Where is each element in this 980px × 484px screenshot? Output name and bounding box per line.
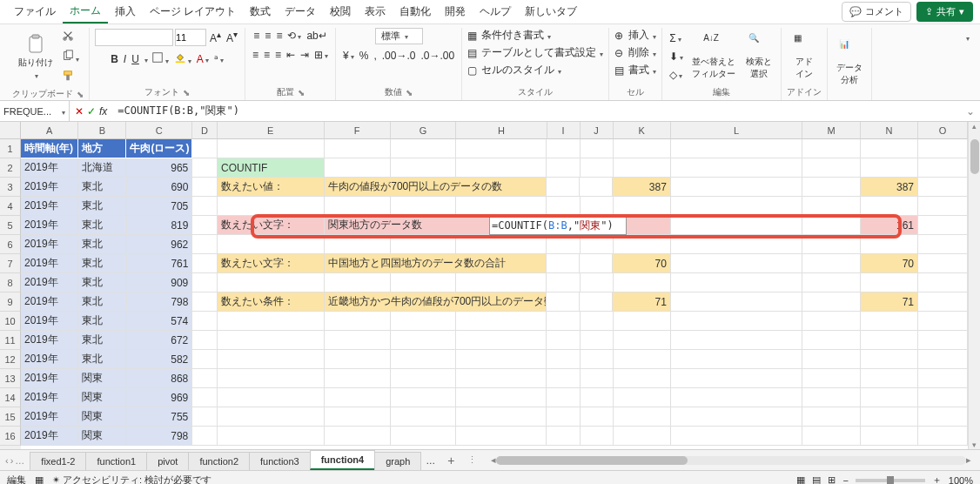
cell[interactable]: 関東 bbox=[78, 407, 126, 427]
cell[interactable] bbox=[671, 273, 802, 292]
cell[interactable] bbox=[671, 254, 802, 273]
cell[interactable] bbox=[192, 178, 218, 197]
delete-cells-button[interactable]: ⊖削除 bbox=[614, 45, 656, 60]
cell[interactable]: 関東 bbox=[78, 369, 126, 388]
cell[interactable]: 705 bbox=[126, 197, 192, 216]
accessibility-status[interactable]: ✴ アクセシビリティ: 検討が必要です bbox=[52, 474, 211, 484]
cell[interactable] bbox=[456, 427, 547, 446]
find-select-button[interactable]: 🔍 検索と 選択 bbox=[742, 31, 775, 82]
align-bottom-button[interactable]: ≡ bbox=[274, 28, 284, 44]
cell[interactable] bbox=[918, 197, 968, 216]
page-break-view-button[interactable]: ⊞ bbox=[828, 474, 836, 484]
column-header-O[interactable]: O bbox=[918, 122, 968, 139]
column-header-D[interactable]: D bbox=[192, 122, 217, 139]
cell[interactable]: 868 bbox=[126, 369, 192, 388]
cell[interactable] bbox=[802, 273, 860, 292]
phonetic-button[interactable]: ᵃ bbox=[212, 51, 225, 67]
cell[interactable]: 798 bbox=[127, 292, 193, 312]
cell[interactable] bbox=[218, 197, 325, 216]
cell[interactable] bbox=[671, 216, 802, 235]
cell[interactable] bbox=[218, 235, 325, 254]
cell-styles-button[interactable]: ▢セルのスタイル bbox=[467, 63, 561, 77]
row-header-15[interactable]: 15 bbox=[0, 407, 21, 427]
menu-review[interactable]: 校閲 bbox=[323, 1, 358, 23]
spreadsheet-grid[interactable]: ABCDEFGHIJKLMNO 12345678910111213141516 … bbox=[0, 122, 980, 449]
cell[interactable] bbox=[918, 312, 968, 331]
cell[interactable] bbox=[802, 235, 860, 254]
zoom-in-button[interactable]: ＋ bbox=[932, 474, 942, 484]
increase-font-button[interactable]: A▴ bbox=[208, 28, 223, 46]
cell[interactable] bbox=[581, 331, 614, 350]
scroll-up-button[interactable]: ▴ bbox=[969, 122, 980, 131]
cell[interactable]: 東北 bbox=[78, 350, 126, 369]
cell[interactable] bbox=[325, 369, 391, 388]
cell[interactable] bbox=[218, 331, 325, 350]
cell[interactable]: 2019年 bbox=[21, 312, 78, 331]
dialog-launcher-icon[interactable]: ⬊ bbox=[298, 88, 305, 97]
cell[interactable]: 牛肉(ロース) bbox=[126, 139, 192, 158]
cell[interactable] bbox=[918, 292, 968, 312]
cell[interactable]: 数えたい文字： bbox=[218, 254, 325, 273]
cell[interactable] bbox=[580, 292, 613, 312]
cell[interactable]: 2019年 bbox=[21, 216, 78, 235]
cell[interactable] bbox=[671, 331, 802, 350]
column-header-L[interactable]: L bbox=[671, 122, 803, 139]
cell[interactable] bbox=[547, 388, 580, 407]
align-right-button[interactable]: ≡ bbox=[273, 47, 283, 63]
cell[interactable] bbox=[861, 427, 918, 446]
cell[interactable]: 地方 bbox=[78, 139, 126, 158]
cell[interactable]: 時間軸(年) bbox=[21, 139, 78, 158]
column-header-I[interactable]: I bbox=[547, 122, 581, 139]
cell[interactable] bbox=[547, 139, 580, 158]
align-center-button[interactable]: ≡ bbox=[262, 47, 272, 63]
cell[interactable] bbox=[918, 427, 968, 446]
cell[interactable] bbox=[456, 158, 547, 178]
cell[interactable] bbox=[614, 331, 671, 350]
increase-indent-button[interactable]: ⇥ bbox=[299, 47, 311, 63]
cell[interactable] bbox=[218, 388, 325, 407]
cell[interactable]: 70 bbox=[861, 254, 918, 273]
cell[interactable] bbox=[218, 407, 325, 427]
cell[interactable] bbox=[547, 273, 580, 292]
cell[interactable]: 798 bbox=[126, 427, 192, 446]
cell[interactable]: 2019年 bbox=[21, 331, 78, 350]
cell[interactable] bbox=[614, 158, 671, 178]
horizontal-scrollbar[interactable]: ◂ ▸ bbox=[482, 454, 980, 466]
column-header-K[interactable]: K bbox=[614, 122, 671, 139]
cell[interactable] bbox=[802, 369, 860, 388]
cell[interactable] bbox=[391, 427, 457, 446]
cell[interactable] bbox=[614, 312, 671, 331]
cell[interactable] bbox=[918, 216, 968, 235]
cell[interactable] bbox=[547, 254, 580, 273]
cell[interactable]: 969 bbox=[126, 388, 192, 407]
merge-button[interactable]: ⊞ bbox=[312, 47, 330, 63]
cell[interactable] bbox=[671, 312, 802, 331]
page-layout-view-button[interactable]: ▤ bbox=[812, 474, 821, 484]
column-header-A[interactable]: A bbox=[21, 122, 78, 139]
menu-automate[interactable]: 自動化 bbox=[393, 1, 438, 23]
cell[interactable]: COUNTIF bbox=[218, 158, 325, 178]
cell[interactable]: 2019年 bbox=[21, 350, 78, 369]
cell[interactable]: 数えたい条件： bbox=[218, 292, 325, 312]
cell[interactable] bbox=[218, 427, 325, 446]
horizontal-scroll-thumb[interactable] bbox=[496, 456, 688, 465]
dialog-launcher-icon[interactable]: ⬊ bbox=[406, 88, 413, 97]
cell[interactable] bbox=[802, 197, 860, 216]
sheet-tab-function1[interactable]: function1 bbox=[85, 452, 147, 470]
orientation-button[interactable]: ⟲ bbox=[285, 28, 303, 44]
share-button[interactable]: ⇪ 共有 ▾ bbox=[916, 2, 973, 22]
menu-pagelayout[interactable]: ページ レイアウト bbox=[143, 1, 243, 23]
cell[interactable] bbox=[802, 178, 860, 197]
cell[interactable] bbox=[581, 427, 614, 446]
cell[interactable] bbox=[802, 216, 860, 235]
expand-formula-bar-button[interactable]: ⌄ bbox=[961, 105, 980, 118]
cell[interactable] bbox=[918, 350, 968, 369]
cell[interactable] bbox=[671, 158, 802, 178]
cell[interactable]: 2019年 bbox=[21, 388, 78, 407]
enter-formula-button[interactable]: ✓ bbox=[87, 105, 96, 118]
cell[interactable] bbox=[580, 178, 613, 197]
cell[interactable] bbox=[192, 350, 218, 369]
cell[interactable] bbox=[547, 427, 580, 446]
addin-button[interactable]: ▦ アド イン bbox=[790, 31, 818, 82]
cell[interactable] bbox=[192, 158, 218, 178]
